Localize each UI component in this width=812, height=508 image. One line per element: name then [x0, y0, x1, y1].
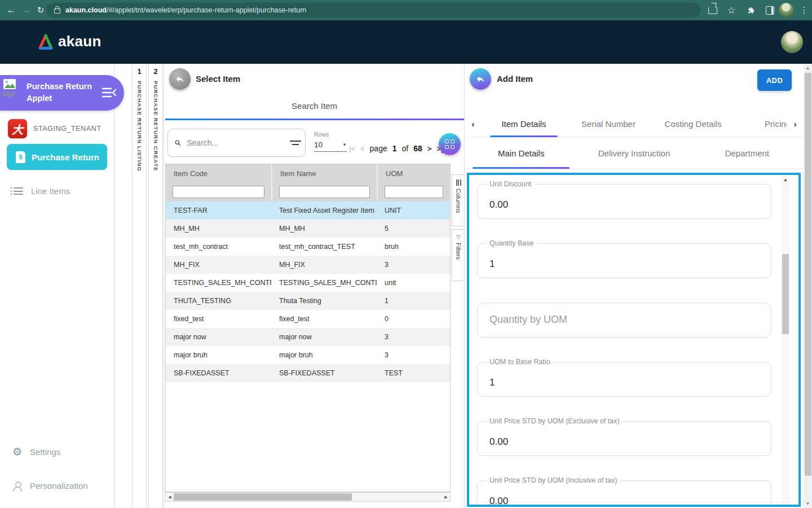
sub-tab[interactable]: Department: [691, 138, 804, 169]
bookmark-star-icon[interactable]: ☆: [724, 0, 739, 20]
filters-rail-tab[interactable]: ▽ Filters: [452, 229, 465, 281]
sidebar-item-purchase-return[interactable]: $ Purchase Return: [7, 144, 107, 170]
browser-back-icon[interactable]: ←: [5, 0, 18, 20]
table-row[interactable]: TEST-FAR Test Fixed Asset Register Item …: [166, 202, 450, 220]
horizontal-scrollbar-thumb[interactable]: [174, 493, 352, 501]
horizontal-scrollbar[interactable]: ◀ ▶: [165, 492, 451, 502]
document-dollar-icon: $: [16, 151, 25, 163]
sidebar-item-settings[interactable]: ⚙ Settings: [0, 445, 60, 458]
detail-tab[interactable]: Serial Number: [566, 111, 651, 137]
sub-tab[interactable]: Delivery Instruction: [577, 138, 690, 169]
workspace-tab-number: 2: [153, 67, 157, 76]
table-row[interactable]: major bruh major bruh 3: [166, 346, 450, 364]
add-button[interactable]: ADD: [757, 69, 792, 91]
share-icon[interactable]: [705, 0, 720, 20]
table-row[interactable]: fixed_test fixed_test 0: [166, 310, 450, 328]
filter-sort-icon[interactable]: [290, 140, 298, 146]
scroll-right-icon[interactable]: ▶: [442, 493, 450, 501]
form-field[interactable]: Unit Price STD by UOM (Inclusive of tax)…: [477, 480, 771, 507]
next-page-button[interactable]: >: [427, 144, 432, 153]
scroll-left-icon[interactable]: ◀: [166, 493, 174, 501]
cell-item-code: TEST-FAR: [166, 202, 271, 220]
item-search-box[interactable]: [167, 129, 306, 157]
search-item-tab[interactable]: Search Item: [164, 101, 465, 111]
cell-item-name: SB-FIXEDASSET: [271, 364, 377, 382]
grid-view-button[interactable]: [439, 133, 461, 155]
scroll-up-icon[interactable]: ▲: [782, 177, 789, 182]
form-field[interactable]: Quantity Base 1: [477, 243, 771, 278]
page-word: page: [370, 144, 387, 153]
brand-logo[interactable]: akaun: [37, 33, 102, 50]
tabs-scroll-right-icon[interactable]: ›: [787, 119, 804, 129]
table-row[interactable]: THUTA_TESTING Thuta Testing 1: [166, 292, 450, 310]
table-row[interactable]: test_mh_contract test_mh_contract_TEST b…: [166, 238, 450, 256]
sidebar-item-line-items[interactable]: Line Items: [0, 186, 70, 196]
cell-item-name: MH_MH: [271, 220, 377, 238]
workspace-tab[interactable]: 1 PURCHASE RETURN LISTING: [132, 64, 147, 508]
form-field[interactable]: UOM to Base Ratio 1: [477, 362, 771, 397]
page-scrollbar-thumb[interactable]: [805, 73, 811, 476]
address-bar[interactable]: akaun.cloud/#/applet/tnt/wavelet/erp/pur…: [46, 3, 700, 17]
columns-rail-tab[interactable]: Columns: [452, 174, 465, 226]
broken-logo-image-icon: [3, 79, 16, 89]
table-row[interactable]: MH_MH MH_MH 5: [166, 220, 450, 238]
cell-item-name: TESTING_SALES_MH_CONTRACT: [271, 274, 377, 292]
dropdown-arrow-icon: ▼: [342, 142, 347, 147]
applet-header[interactable]: logo Purchase Return Applet: [0, 75, 124, 111]
form-field[interactable]: Quantity by UOM: [477, 303, 771, 338]
cell-uom: unit: [377, 274, 450, 292]
main-details-form: Unit Discount 0.00 Quantity Base 1 Quant…: [467, 173, 801, 507]
detail-tab[interactable]: Costing Details: [651, 111, 735, 137]
select-item-back-button[interactable]: [169, 68, 191, 90]
columns-icon: [456, 179, 461, 186]
rows-value: 10: [314, 141, 323, 149]
browser-forward-icon[interactable]: →: [19, 0, 33, 20]
sub-tab[interactable]: Main Details: [465, 138, 577, 169]
column-filter-input[interactable]: [385, 186, 443, 198]
columns-rail-label: Columns: [455, 189, 462, 213]
user-avatar[interactable]: [781, 31, 803, 53]
page-scrollbar[interactable]: ▲ ▼: [804, 64, 812, 508]
form-field[interactable]: Unit Discount 0.00: [477, 184, 771, 219]
add-item-back-button[interactable]: [470, 68, 491, 90]
table-row[interactable]: MH_FIX MH_FIX 3: [166, 256, 450, 274]
browser-menu-icon[interactable]: ⋮: [797, 0, 811, 20]
detail-tab[interactable]: Pricing: [735, 111, 787, 137]
field-value: 0.00: [489, 199, 508, 211]
cell-uom: TEST: [377, 364, 450, 382]
cell-uom: 0: [377, 310, 450, 328]
scroll-up-icon[interactable]: ▲: [804, 65, 812, 71]
tabs-scroll-left-icon[interactable]: ‹: [465, 119, 482, 129]
column-filter-input[interactable]: [279, 186, 370, 198]
form-scrollbar[interactable]: ▲: [782, 175, 789, 505]
rows-per-page-select[interactable]: Rows 10 ▼: [314, 131, 347, 152]
table-row[interactable]: TESTING_SALES_MH_CONTRACT TESTING_SALES_…: [166, 274, 450, 292]
detail-tabs: Item Details Serial Number Costing Detai…: [482, 111, 787, 137]
prev-page-button[interactable]: <: [360, 144, 365, 153]
sidebar-item-tenant[interactable]: 大 STAGING_TENANT: [8, 119, 102, 138]
column-filter-input[interactable]: [173, 186, 264, 198]
extensions-puzzle-icon[interactable]: [744, 0, 758, 20]
side-panel-icon[interactable]: [762, 0, 777, 20]
collapse-menu-icon[interactable]: [102, 86, 116, 99]
scroll-down-icon[interactable]: ▼: [804, 501, 812, 506]
column-header[interactable]: Item Code: [166, 164, 271, 182]
column-header[interactable]: Item Name: [271, 164, 377, 182]
form-field[interactable]: Unit Price STD by UOM (Exclusive of tax)…: [477, 421, 771, 456]
form-scrollbar-thumb[interactable]: [782, 254, 789, 334]
column-header[interactable]: UOM: [377, 164, 450, 182]
search-input[interactable]: [186, 138, 290, 148]
workspace-tab-number: 1: [137, 67, 141, 76]
browser-reload-icon[interactable]: ↻: [34, 0, 47, 20]
field-label: Quantity by UOM: [489, 314, 567, 326]
table-row[interactable]: major now major now 3: [166, 328, 450, 346]
browser-profile-avatar[interactable]: [777, 0, 795, 20]
cell-item-code: major now: [166, 328, 271, 346]
detail-tab[interactable]: Item Details: [482, 111, 566, 137]
first-page-button[interactable]: |<: [349, 144, 355, 153]
sidebar-item-personalization[interactable]: Personalization: [0, 481, 88, 491]
table-row[interactable]: SB-FIXEDASSET SB-FIXEDASSET TEST: [166, 364, 450, 382]
back-arrow-icon: [175, 74, 185, 84]
workspace-tab[interactable]: 2 PURCHASE RETURN CREATE: [148, 64, 163, 508]
line-items-label: Line Items: [31, 186, 70, 196]
